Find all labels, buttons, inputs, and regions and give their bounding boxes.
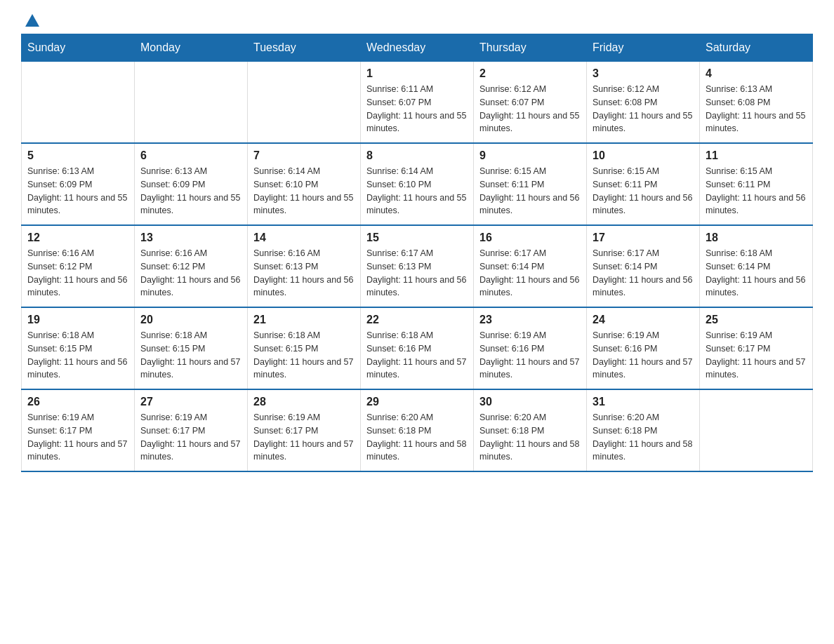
- header-monday: Monday: [135, 34, 248, 62]
- day-number: 9: [479, 149, 581, 162]
- day-info: Sunrise: 6:18 AMSunset: 6:15 PMDaylight:…: [253, 329, 355, 382]
- calendar-cell: 17Sunrise: 6:17 AMSunset: 6:14 PMDayligh…: [587, 225, 700, 307]
- calendar-cell: 28Sunrise: 6:19 AMSunset: 6:17 PMDayligh…: [248, 389, 361, 471]
- day-number: 22: [366, 314, 468, 326]
- week-row-0: 1Sunrise: 6:11 AMSunset: 6:07 PMDaylight…: [22, 62, 813, 144]
- day-info: Sunrise: 6:15 AMSunset: 6:11 PMDaylight:…: [593, 165, 694, 217]
- day-number: 16: [479, 232, 581, 244]
- header-thursday: Thursday: [474, 34, 587, 62]
- day-info: Sunrise: 6:17 AMSunset: 6:14 PMDaylight:…: [593, 247, 694, 300]
- calendar-cell: 27Sunrise: 6:19 AMSunset: 6:17 PMDayligh…: [135, 389, 248, 471]
- calendar-cell: 21Sunrise: 6:18 AMSunset: 6:15 PMDayligh…: [248, 307, 361, 389]
- day-info: Sunrise: 6:11 AMSunset: 6:07 PMDaylight:…: [366, 83, 468, 135]
- calendar-cell: 25Sunrise: 6:19 AMSunset: 6:17 PMDayligh…: [700, 307, 813, 389]
- calendar-cell: 3Sunrise: 6:12 AMSunset: 6:08 PMDaylight…: [587, 62, 700, 144]
- day-number: 19: [27, 314, 128, 326]
- calendar-cell: [135, 62, 248, 144]
- day-number: 3: [593, 67, 694, 80]
- day-number: 10: [593, 149, 694, 162]
- day-number: 15: [366, 232, 468, 244]
- header-wednesday: Wednesday: [361, 34, 474, 62]
- day-info: Sunrise: 6:15 AMSunset: 6:11 PMDaylight:…: [706, 165, 807, 217]
- day-number: 26: [27, 396, 128, 408]
- day-number: 1: [366, 67, 468, 80]
- calendar-cell: 9Sunrise: 6:15 AMSunset: 6:11 PMDaylight…: [474, 143, 587, 225]
- day-number: 27: [140, 396, 241, 408]
- day-number: 18: [706, 232, 807, 244]
- day-info: Sunrise: 6:19 AMSunset: 6:16 PMDaylight:…: [593, 329, 694, 382]
- day-number: 4: [706, 67, 807, 80]
- day-info: Sunrise: 6:18 AMSunset: 6:15 PMDaylight:…: [27, 329, 128, 382]
- day-number: 30: [479, 396, 581, 408]
- day-info: Sunrise: 6:16 AMSunset: 6:12 PMDaylight:…: [27, 247, 128, 300]
- calendar-cell: 22Sunrise: 6:18 AMSunset: 6:16 PMDayligh…: [361, 307, 474, 389]
- day-number: 25: [706, 314, 807, 326]
- calendar-cell: 18Sunrise: 6:18 AMSunset: 6:14 PMDayligh…: [700, 225, 813, 307]
- day-info: Sunrise: 6:14 AMSunset: 6:10 PMDaylight:…: [366, 165, 468, 217]
- day-info: Sunrise: 6:18 AMSunset: 6:15 PMDaylight:…: [140, 329, 241, 382]
- calendar-cell: 8Sunrise: 6:14 AMSunset: 6:10 PMDaylight…: [361, 143, 474, 225]
- logo-triangle-icon: [25, 14, 39, 27]
- calendar-body: 1Sunrise: 6:11 AMSunset: 6:07 PMDaylight…: [22, 62, 813, 472]
- day-info: Sunrise: 6:19 AMSunset: 6:17 PMDaylight:…: [253, 411, 355, 464]
- calendar-cell: 19Sunrise: 6:18 AMSunset: 6:15 PMDayligh…: [22, 307, 135, 389]
- day-number: 28: [253, 396, 355, 408]
- day-number: 2: [479, 67, 581, 80]
- day-info: Sunrise: 6:19 AMSunset: 6:17 PMDaylight:…: [706, 329, 807, 382]
- day-info: Sunrise: 6:18 AMSunset: 6:16 PMDaylight:…: [366, 329, 468, 382]
- day-number: 8: [366, 149, 468, 162]
- calendar-cell: [248, 62, 361, 144]
- calendar-cell: 10Sunrise: 6:15 AMSunset: 6:11 PMDayligh…: [587, 143, 700, 225]
- day-info: Sunrise: 6:19 AMSunset: 6:17 PMDaylight:…: [140, 411, 241, 464]
- day-info: Sunrise: 6:12 AMSunset: 6:07 PMDaylight:…: [479, 83, 581, 135]
- calendar-cell: 15Sunrise: 6:17 AMSunset: 6:13 PMDayligh…: [361, 225, 474, 307]
- calendar-cell: 4Sunrise: 6:13 AMSunset: 6:08 PMDaylight…: [700, 62, 813, 144]
- calendar-cell: [22, 62, 135, 144]
- calendar-cell: 16Sunrise: 6:17 AMSunset: 6:14 PMDayligh…: [474, 225, 587, 307]
- day-number: 6: [140, 149, 241, 162]
- day-number: 17: [593, 232, 694, 244]
- day-info: Sunrise: 6:17 AMSunset: 6:13 PMDaylight:…: [366, 247, 468, 300]
- calendar-cell: [700, 389, 813, 471]
- day-number: 7: [253, 149, 355, 162]
- day-info: Sunrise: 6:19 AMSunset: 6:17 PMDaylight:…: [27, 411, 128, 464]
- week-row-2: 12Sunrise: 6:16 AMSunset: 6:12 PMDayligh…: [22, 225, 813, 307]
- day-number: 13: [140, 232, 241, 244]
- calendar-cell: 1Sunrise: 6:11 AMSunset: 6:07 PMDaylight…: [361, 62, 474, 144]
- day-info: Sunrise: 6:20 AMSunset: 6:18 PMDaylight:…: [593, 411, 694, 464]
- week-row-4: 26Sunrise: 6:19 AMSunset: 6:17 PMDayligh…: [22, 389, 813, 471]
- day-info: Sunrise: 6:20 AMSunset: 6:18 PMDaylight:…: [479, 411, 581, 464]
- calendar-cell: 2Sunrise: 6:12 AMSunset: 6:07 PMDaylight…: [474, 62, 587, 144]
- calendar-cell: 31Sunrise: 6:20 AMSunset: 6:18 PMDayligh…: [587, 389, 700, 471]
- calendar-cell: 23Sunrise: 6:19 AMSunset: 6:16 PMDayligh…: [474, 307, 587, 389]
- calendar-cell: 26Sunrise: 6:19 AMSunset: 6:17 PMDayligh…: [22, 389, 135, 471]
- week-row-1: 5Sunrise: 6:13 AMSunset: 6:09 PMDaylight…: [22, 143, 813, 225]
- day-number: 23: [479, 314, 581, 326]
- day-info: Sunrise: 6:19 AMSunset: 6:16 PMDaylight:…: [479, 329, 581, 382]
- day-number: 14: [253, 232, 355, 244]
- day-number: 31: [593, 396, 694, 408]
- calendar-cell: 24Sunrise: 6:19 AMSunset: 6:16 PMDayligh…: [587, 307, 700, 389]
- calendar-header: Sunday Monday Tuesday Wednesday Thursday…: [22, 34, 813, 62]
- day-number: 11: [706, 149, 807, 162]
- logo: [21, 14, 39, 27]
- header-sunday: Sunday: [22, 34, 135, 62]
- calendar-cell: 7Sunrise: 6:14 AMSunset: 6:10 PMDaylight…: [248, 143, 361, 225]
- day-info: Sunrise: 6:15 AMSunset: 6:11 PMDaylight:…: [479, 165, 581, 217]
- calendar-cell: 11Sunrise: 6:15 AMSunset: 6:11 PMDayligh…: [700, 143, 813, 225]
- calendar-cell: 13Sunrise: 6:16 AMSunset: 6:12 PMDayligh…: [135, 225, 248, 307]
- day-number: 29: [366, 396, 468, 408]
- day-number: 20: [140, 314, 241, 326]
- header-friday: Friday: [587, 34, 700, 62]
- page-header: [21, 14, 813, 27]
- header-saturday: Saturday: [700, 34, 813, 62]
- day-info: Sunrise: 6:13 AMSunset: 6:09 PMDaylight:…: [27, 165, 128, 217]
- calendar-cell: 12Sunrise: 6:16 AMSunset: 6:12 PMDayligh…: [22, 225, 135, 307]
- header-row: Sunday Monday Tuesday Wednesday Thursday…: [22, 34, 813, 62]
- day-info: Sunrise: 6:13 AMSunset: 6:09 PMDaylight:…: [140, 165, 241, 217]
- day-info: Sunrise: 6:16 AMSunset: 6:12 PMDaylight:…: [140, 247, 241, 300]
- day-number: 24: [593, 314, 694, 326]
- day-info: Sunrise: 6:16 AMSunset: 6:13 PMDaylight:…: [253, 247, 355, 300]
- day-info: Sunrise: 6:20 AMSunset: 6:18 PMDaylight:…: [366, 411, 468, 464]
- header-tuesday: Tuesday: [248, 34, 361, 62]
